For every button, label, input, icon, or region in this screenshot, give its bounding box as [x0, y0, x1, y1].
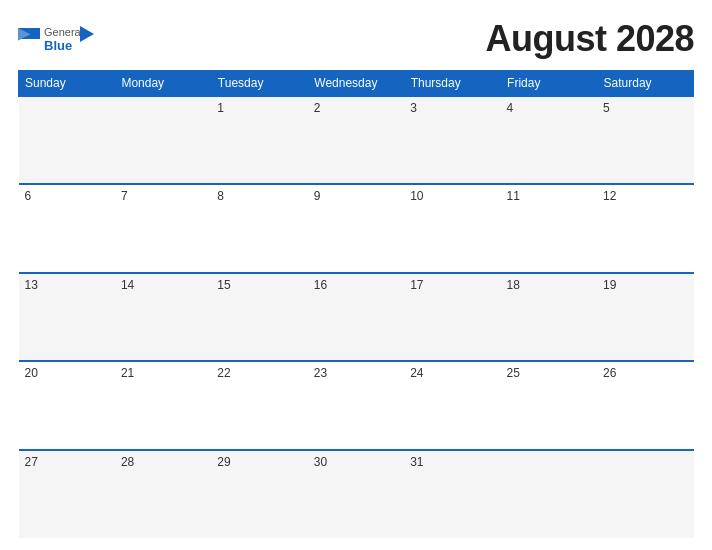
- day-cell: 19: [597, 273, 693, 361]
- generalblue-logo: General Blue: [44, 24, 96, 54]
- day-cell: [115, 96, 211, 184]
- calendar-page: General Blue August 2028 Sunday Monday T…: [0, 0, 712, 550]
- day-cell: 21: [115, 361, 211, 449]
- day-cell: 6: [19, 184, 115, 272]
- svg-rect-1: [18, 39, 40, 50]
- header-saturday: Saturday: [597, 71, 693, 97]
- day-cell: 18: [501, 273, 597, 361]
- day-cell: 22: [211, 361, 307, 449]
- day-cell: 4: [501, 96, 597, 184]
- day-cell: 30: [308, 450, 404, 538]
- weekday-header-row: Sunday Monday Tuesday Wednesday Thursday…: [19, 71, 694, 97]
- header-friday: Friday: [501, 71, 597, 97]
- calendar-table: Sunday Monday Tuesday Wednesday Thursday…: [18, 70, 694, 538]
- day-cell: 13: [19, 273, 115, 361]
- header-monday: Monday: [115, 71, 211, 97]
- day-cell: 5: [597, 96, 693, 184]
- day-cell: 28: [115, 450, 211, 538]
- header-thursday: Thursday: [404, 71, 500, 97]
- day-cell: 25: [501, 361, 597, 449]
- logo: General Blue: [18, 24, 96, 54]
- day-cell: 9: [308, 184, 404, 272]
- day-cell: [597, 450, 693, 538]
- header-tuesday: Tuesday: [211, 71, 307, 97]
- svg-text:General: General: [44, 26, 83, 38]
- day-cell: [19, 96, 115, 184]
- header-wednesday: Wednesday: [308, 71, 404, 97]
- day-cell: 16: [308, 273, 404, 361]
- day-cell: 31: [404, 450, 500, 538]
- week-row-5: 27 28 29 30 31: [19, 450, 694, 538]
- logo-icon: [18, 28, 40, 50]
- header-sunday: Sunday: [19, 71, 115, 97]
- day-cell: 26: [597, 361, 693, 449]
- day-cell: 11: [501, 184, 597, 272]
- week-row-4: 20 21 22 23 24 25 26: [19, 361, 694, 449]
- day-cell: 10: [404, 184, 500, 272]
- day-cell: 29: [211, 450, 307, 538]
- day-cell: 27: [19, 450, 115, 538]
- calendar-title: August 2028: [485, 18, 694, 60]
- day-cell: 3: [404, 96, 500, 184]
- svg-marker-6: [80, 26, 94, 42]
- week-row-2: 6 7 8 9 10 11 12: [19, 184, 694, 272]
- day-cell: 2: [308, 96, 404, 184]
- day-cell: [501, 450, 597, 538]
- logo-container: General Blue: [44, 24, 96, 54]
- day-cell: 17: [404, 273, 500, 361]
- day-cell: 20: [19, 361, 115, 449]
- week-row-1: 1 2 3 4 5: [19, 96, 694, 184]
- day-cell: 24: [404, 361, 500, 449]
- week-row-3: 13 14 15 16 17 18 19: [19, 273, 694, 361]
- day-cell: 8: [211, 184, 307, 272]
- day-cell: 7: [115, 184, 211, 272]
- svg-text:Blue: Blue: [44, 38, 72, 53]
- day-cell: 23: [308, 361, 404, 449]
- day-cell: 14: [115, 273, 211, 361]
- calendar-header: General Blue August 2028: [18, 18, 694, 60]
- day-cell: 1: [211, 96, 307, 184]
- day-cell: 15: [211, 273, 307, 361]
- day-cell: 12: [597, 184, 693, 272]
